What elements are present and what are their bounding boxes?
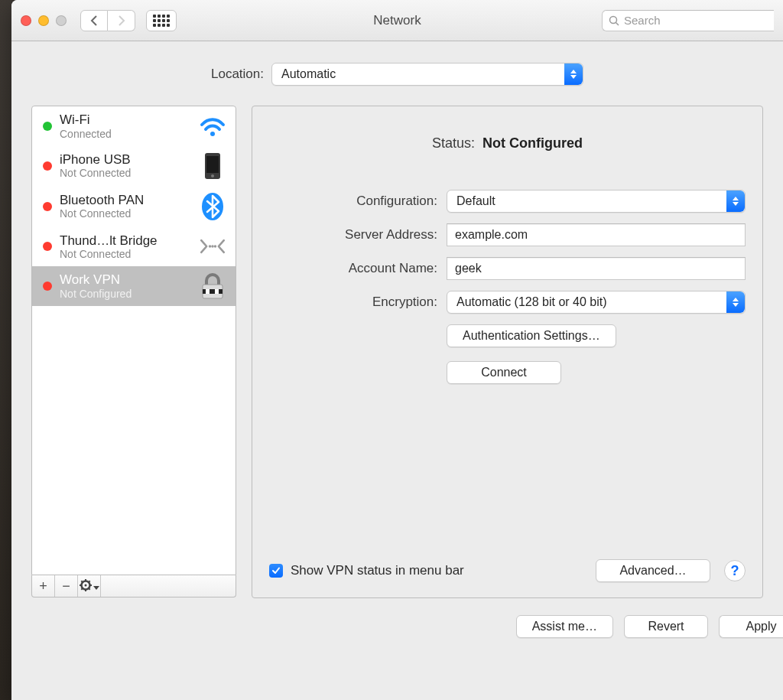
svg-point-2: [210, 132, 215, 136]
vpn-form: Configuration: Default Server Address: A…: [269, 190, 746, 384]
detail-pane: Status: Not Configured Configuration: De…: [252, 106, 763, 598]
encryption-dropdown[interactable]: Automatic (128 bit or 40 bit): [447, 291, 746, 314]
service-item-texts: iPhone USB Not Connected: [60, 152, 190, 180]
show-all-button[interactable]: [146, 10, 177, 31]
account-name-label: Account Name:: [269, 261, 437, 276]
status-row: Status: Not Configured: [269, 135, 746, 151]
server-address-input[interactable]: [447, 223, 746, 246]
thunderbolt-bridge-icon: [197, 236, 228, 256]
location-value: Automatic: [281, 67, 336, 81]
wifi-icon: [197, 116, 228, 137]
dropdown-arrows-icon: [726, 291, 745, 313]
service-list: Wi-Fi Connected iPhone USB Not Connected: [31, 106, 236, 575]
configuration-value: Default: [456, 194, 495, 208]
window-titlebar: Network: [11, 0, 783, 41]
svg-line-1: [616, 22, 619, 25]
authentication-settings-button[interactable]: Authentication Settings…: [447, 324, 616, 347]
show-vpn-status-checkbox[interactable]: [269, 564, 283, 578]
service-name: iPhone USB: [60, 152, 190, 168]
account-name-row: Account Name:: [269, 257, 746, 280]
location-dropdown[interactable]: Automatic: [271, 63, 583, 86]
chevron-right-icon: [118, 15, 125, 26]
configuration-row: Configuration: Default: [269, 190, 746, 213]
connect-button[interactable]: Connect: [447, 361, 561, 384]
grid-icon: [153, 15, 170, 27]
advanced-button[interactable]: Advanced…: [596, 559, 710, 582]
service-item-wifi[interactable]: Wi-Fi Connected: [32, 106, 236, 146]
vpn-lock-icon: [197, 272, 228, 300]
service-item-thunderbolt-bridge[interactable]: Thund…lt Bridge Not Connected: [32, 227, 236, 267]
service-action-menu-button[interactable]: [78, 575, 101, 597]
encryption-row: Encryption: Automatic (128 bit or 40 bit…: [269, 291, 746, 314]
status-value: Not Configured: [482, 135, 583, 151]
help-button[interactable]: ?: [724, 560, 746, 581]
service-item-work-vpn[interactable]: Work VPN Not Configured: [32, 266, 236, 306]
revert-button[interactable]: Revert: [624, 615, 708, 638]
service-name: Work VPN: [60, 272, 190, 288]
server-address-label: Server Address:: [269, 227, 437, 243]
encryption-label: Encryption:: [269, 295, 437, 310]
status-dot: [43, 161, 52, 171]
service-name: Thund…lt Bridge: [60, 233, 190, 249]
desktop-background: [0, 0, 11, 700]
dropdown-arrows-icon: [564, 63, 583, 85]
status-label: Status:: [432, 135, 475, 151]
svg-point-5: [211, 174, 214, 177]
bluetooth-icon: [197, 192, 228, 221]
minus-icon: −: [62, 578, 70, 594]
account-name-input[interactable]: [447, 257, 746, 280]
configuration-dropdown[interactable]: Default: [447, 190, 746, 213]
location-row: Location: Automatic: [11, 41, 783, 106]
search-icon: [609, 15, 619, 26]
network-preferences-window: Network Location: Automatic Wi-Fi Connec…: [11, 0, 783, 700]
svg-point-9: [214, 246, 216, 248]
gear-icon: [80, 579, 92, 594]
status-dot: [43, 282, 52, 291]
nav-buttons: [80, 10, 135, 31]
traffic-lights: [21, 15, 67, 26]
dropdown-arrows-icon: [726, 190, 745, 212]
window-action-row: Assist me… Revert Apply: [11, 598, 783, 638]
service-item-texts: Bluetooth PAN Not Connected: [60, 193, 190, 220]
back-button[interactable]: [80, 10, 108, 31]
svg-rect-4: [206, 156, 219, 173]
service-item-texts: Work VPN Not Configured: [60, 272, 190, 300]
iphone-icon: [197, 152, 228, 180]
service-item-iphone-usb[interactable]: iPhone USB Not Connected: [32, 146, 236, 186]
auth-button-row: Authentication Settings…: [269, 324, 746, 347]
show-vpn-status-label: Show VPN status in menu bar: [291, 563, 464, 578]
location-label: Location:: [211, 67, 264, 82]
plus-icon: +: [39, 578, 47, 594]
status-dot: [43, 242, 52, 251]
search-input[interactable]: [624, 14, 774, 27]
svg-point-15: [84, 584, 86, 586]
svg-rect-12: [206, 289, 210, 294]
service-item-texts: Wi-Fi Connected: [60, 112, 190, 140]
forward-button[interactable]: [108, 10, 135, 31]
service-name: Wi-Fi: [60, 112, 190, 128]
apply-button[interactable]: Apply: [719, 615, 783, 638]
service-item-bluetooth-pan[interactable]: Bluetooth PAN Not Connected: [32, 186, 236, 227]
zoom-window-button[interactable]: [56, 15, 67, 26]
service-status: Not Configured: [60, 288, 190, 300]
close-window-button[interactable]: [21, 15, 31, 26]
question-icon: ?: [731, 563, 739, 579]
encryption-value: Automatic (128 bit or 40 bit): [456, 295, 607, 309]
svg-rect-11: [203, 289, 223, 294]
service-item-texts: Thund…lt Bridge Not Connected: [60, 233, 190, 261]
svg-point-8: [211, 246, 213, 248]
configuration-label: Configuration:: [269, 194, 437, 209]
service-name: Bluetooth PAN: [60, 193, 190, 208]
search-field[interactable]: [602, 10, 774, 31]
detail-bottombar: Show VPN status in menu bar Advanced… ?: [269, 559, 746, 582]
assist-me-button[interactable]: Assist me…: [516, 615, 613, 638]
window-title: Network: [373, 13, 421, 28]
status-dot: [43, 122, 52, 131]
remove-service-button[interactable]: −: [55, 575, 78, 597]
add-service-button[interactable]: +: [32, 575, 55, 597]
svg-point-7: [209, 246, 211, 248]
service-actions: + −: [31, 575, 236, 597]
service-list-panel: Wi-Fi Connected iPhone USB Not Connected: [31, 106, 236, 598]
svg-point-0: [610, 16, 617, 23]
minimize-window-button[interactable]: [38, 15, 49, 26]
